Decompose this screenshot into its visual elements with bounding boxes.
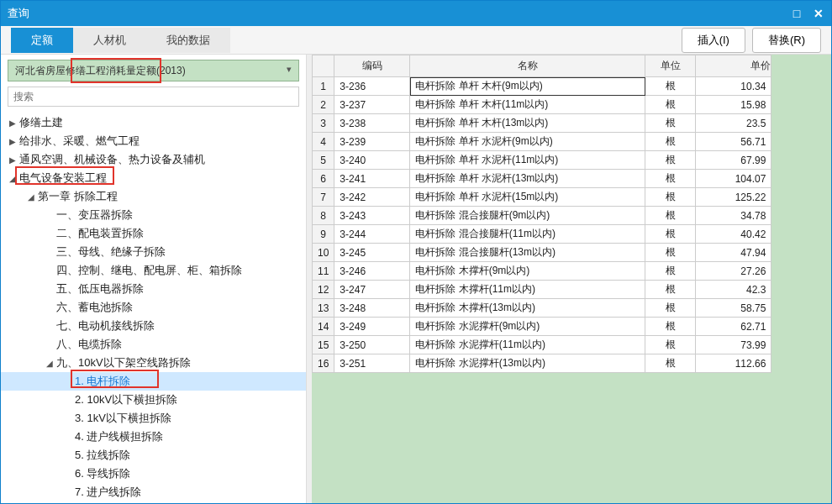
cell-price[interactable]: 67.99 — [696, 151, 771, 170]
cell-name[interactable]: 电杆拆除 单杆 木杆(11m以内) — [410, 96, 645, 114]
expand-toggle-icon[interactable]: ◢ — [8, 174, 18, 183]
table-row[interactable]: 83-243电杆拆除 混合接腿杆(9m以内)根34.78 — [313, 207, 771, 225]
cell-price[interactable]: 62.71 — [696, 318, 771, 336]
cell-unit[interactable]: 根 — [645, 207, 696, 225]
cell-price[interactable]: 73.99 — [696, 336, 771, 354]
cell-name[interactable]: 电杆拆除 单杆 水泥杆(11m以内) — [410, 151, 645, 170]
tree-item[interactable]: 五、低压电器拆除 — [1, 280, 306, 298]
cell-seq[interactable]: 1 — [313, 77, 334, 96]
col-seq-header[interactable] — [313, 55, 334, 77]
tree-item[interactable]: 5. 拉线拆除 — [1, 446, 306, 465]
cell-code[interactable]: 3-248 — [334, 299, 410, 318]
tree-item[interactable]: ▶通风空调、机械设备、热力设备及辅机 — [1, 150, 306, 169]
tree-item[interactable]: ◢第一章 拆除工程 — [1, 187, 306, 206]
cell-seq[interactable]: 4 — [313, 133, 334, 151]
cell-seq[interactable]: 11 — [313, 262, 334, 281]
replace-button[interactable]: 替换(R) — [752, 28, 821, 53]
cell-seq[interactable]: 13 — [313, 299, 334, 318]
cell-price[interactable]: 23.5 — [696, 114, 771, 133]
expand-toggle-icon[interactable]: ◢ — [45, 359, 55, 368]
tree-item[interactable]: 三、母线、绝缘子拆除 — [1, 243, 306, 261]
cell-unit[interactable]: 根 — [645, 244, 696, 262]
cell-unit[interactable]: 根 — [645, 318, 696, 336]
cell-seq[interactable]: 7 — [313, 188, 334, 207]
cell-name[interactable]: 电杆拆除 水泥撑杆(9m以内) — [410, 318, 645, 336]
cell-name[interactable]: 电杆拆除 单杆 水泥杆(9m以内) — [410, 133, 645, 151]
cell-seq[interactable]: 2 — [313, 96, 334, 114]
cell-unit[interactable]: 根 — [645, 225, 696, 244]
cell-name[interactable]: 电杆拆除 单杆 木杆(9m以内) — [410, 77, 645, 96]
cell-unit[interactable]: 根 — [645, 336, 696, 354]
cell-code[interactable]: 3-249 — [334, 318, 410, 336]
tree-item[interactable]: 六、蓄电池拆除 — [1, 298, 306, 317]
quota-select[interactable]: 河北省房屋修缮工程消耗量定额(2013) — [8, 60, 299, 81]
table-row[interactable]: 123-247电杆拆除 木撑杆(11m以内)根42.3 — [313, 281, 771, 299]
cell-code[interactable]: 3-244 — [334, 225, 410, 244]
cell-price[interactable]: 47.94 — [696, 244, 771, 262]
expand-toggle-icon[interactable]: ▶ — [8, 137, 18, 146]
table-row[interactable]: 33-238电杆拆除 单杆 木杆(13m以内)根23.5 — [313, 114, 771, 133]
close-icon[interactable]: ✕ — [813, 8, 824, 19]
cell-price[interactable]: 112.66 — [696, 354, 771, 373]
tree-item[interactable]: 3. 1kV以下横担拆除 — [1, 409, 306, 428]
cell-seq[interactable]: 16 — [313, 354, 334, 373]
tree-item[interactable]: 四、控制、继电、配电屏、柜、箱拆除 — [1, 261, 306, 280]
cell-seq[interactable]: 3 — [313, 114, 334, 133]
cell-unit[interactable]: 根 — [645, 281, 696, 299]
table-row[interactable]: 53-240电杆拆除 单杆 水泥杆(11m以内)根67.99 — [313, 151, 771, 170]
tree-item[interactable]: 七、电动机接线拆除 — [1, 317, 306, 335]
cell-price[interactable]: 10.34 — [696, 77, 771, 96]
cell-name[interactable]: 电杆拆除 混合接腿杆(13m以内) — [410, 244, 645, 262]
cell-seq[interactable]: 6 — [313, 170, 334, 188]
cell-code[interactable]: 3-236 — [334, 77, 410, 96]
cell-seq[interactable]: 12 — [313, 281, 334, 299]
expand-toggle-icon[interactable]: ▶ — [8, 118, 18, 128]
cell-price[interactable]: 56.71 — [696, 133, 771, 151]
cell-unit[interactable]: 根 — [645, 170, 696, 188]
table-row[interactable]: 73-242电杆拆除 单杆 水泥杆(15m以内)根125.22 — [313, 188, 771, 207]
cell-name[interactable]: 电杆拆除 单杆 木杆(13m以内) — [410, 114, 645, 133]
table-row[interactable]: 163-251电杆拆除 水泥撑杆(13m以内)根112.66 — [313, 354, 771, 373]
cell-name[interactable]: 电杆拆除 混合接腿杆(11m以内) — [410, 225, 645, 244]
tree-item[interactable]: 2. 10kV以下横担拆除 — [1, 391, 306, 409]
table-row[interactable]: 133-248电杆拆除 木撑杆(13m以内)根58.75 — [313, 299, 771, 318]
tree-item[interactable]: 6. 导线拆除 — [1, 465, 306, 483]
table-row[interactable]: 103-245电杆拆除 混合接腿杆(13m以内)根47.94 — [313, 244, 771, 262]
category-tree[interactable]: ▶修缮土建▶给排水、采暖、燃气工程▶通风空调、机械设备、热力设备及辅机◢电气设备… — [1, 112, 306, 503]
table-row[interactable]: 43-239电杆拆除 单杆 水泥杆(9m以内)根56.71 — [313, 133, 771, 151]
tree-item[interactable]: 4. 进户线横担拆除 — [1, 428, 306, 446]
cell-name[interactable]: 电杆拆除 木撑杆(9m以内) — [410, 262, 645, 281]
cell-code[interactable]: 3-240 — [334, 151, 410, 170]
expand-toggle-icon[interactable]: ◢ — [26, 192, 36, 202]
tree-item[interactable]: ▶修缮土建 — [1, 113, 306, 132]
tree-item[interactable]: 八、电缆拆除 — [1, 335, 306, 354]
cell-unit[interactable]: 根 — [645, 262, 696, 281]
cell-code[interactable]: 3-238 — [334, 114, 410, 133]
cell-code[interactable]: 3-237 — [334, 96, 410, 114]
cell-price[interactable]: 104.07 — [696, 170, 771, 188]
cell-code[interactable]: 3-246 — [334, 262, 410, 281]
cell-unit[interactable]: 根 — [645, 151, 696, 170]
search-input[interactable] — [8, 87, 299, 107]
tree-item[interactable]: 8. 杆上变压器及台架拆除 — [1, 501, 306, 503]
cell-unit[interactable]: 根 — [645, 354, 696, 373]
table-row[interactable]: 23-237电杆拆除 单杆 木杆(11m以内)根15.98 — [313, 96, 771, 114]
col-name-header[interactable]: 名称 — [410, 55, 645, 77]
cell-unit[interactable]: 根 — [645, 299, 696, 318]
tree-item[interactable]: ◢九、10kV以下架空线路拆除 — [1, 354, 306, 372]
col-unit-header[interactable]: 单位 — [645, 55, 696, 77]
cell-name[interactable]: 电杆拆除 木撑杆(13m以内) — [410, 299, 645, 318]
table-row[interactable]: 113-246电杆拆除 木撑杆(9m以内)根27.26 — [313, 262, 771, 281]
cell-price[interactable]: 40.42 — [696, 225, 771, 244]
cell-price[interactable]: 15.98 — [696, 96, 771, 114]
cell-code[interactable]: 3-242 — [334, 188, 410, 207]
table-row[interactable]: 143-249电杆拆除 水泥撑杆(9m以内)根62.71 — [313, 318, 771, 336]
tab-mydata[interactable]: 我的数据 — [146, 28, 230, 53]
cell-name[interactable]: 电杆拆除 木撑杆(11m以内) — [410, 281, 645, 299]
table-row[interactable]: 13-236电杆拆除 单杆 木杆(9m以内)根10.34 — [313, 77, 771, 96]
cell-seq[interactable]: 15 — [313, 336, 334, 354]
cell-price[interactable]: 34.78 — [696, 207, 771, 225]
cell-name[interactable]: 电杆拆除 混合接腿杆(9m以内) — [410, 207, 645, 225]
cell-price[interactable]: 125.22 — [696, 188, 771, 207]
cell-unit[interactable]: 根 — [645, 96, 696, 114]
